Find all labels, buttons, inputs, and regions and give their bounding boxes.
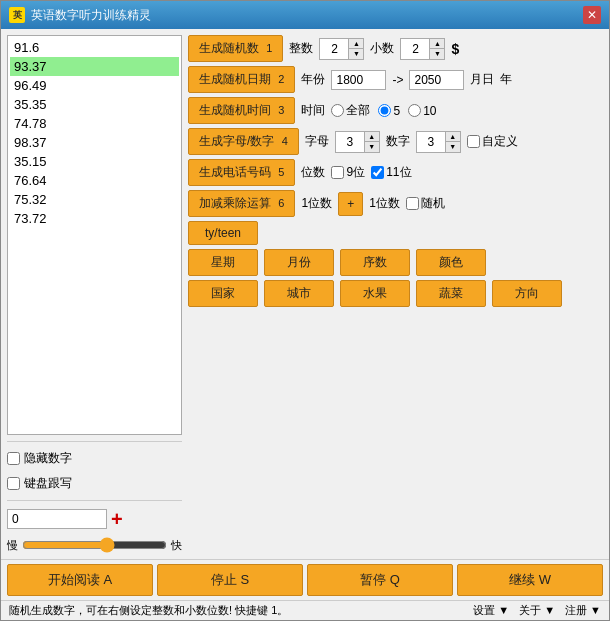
stop-btn[interactable]: 停止 S: [157, 564, 303, 596]
row-random-time: 生成随机时间 3 时间 全部 5 10: [188, 97, 603, 124]
year-suffix-label: 年: [500, 71, 512, 88]
generate-phone-btn[interactable]: 生成电话号码 5: [188, 159, 295, 186]
eleven-digit-checkbox[interactable]: [371, 166, 384, 179]
about-link[interactable]: 关于 ▼: [519, 603, 555, 618]
vegetable-btn[interactable]: 蔬菜: [416, 280, 486, 307]
radio-ten-input[interactable]: [408, 104, 421, 117]
keyboard-follow-row: 键盘跟写: [7, 473, 182, 494]
list-item[interactable]: 93.37: [10, 57, 179, 76]
letter-spin-down[interactable]: ▼: [365, 142, 379, 152]
custom-checkbox[interactable]: [467, 135, 480, 148]
integer-label: 整数: [289, 40, 313, 57]
hide-digits-row: 隐藏数字: [7, 448, 182, 469]
list-item[interactable]: 76.64: [10, 171, 179, 190]
dollar-sign: $: [451, 41, 459, 57]
list-item[interactable]: 91.6: [10, 38, 179, 57]
row-random-num: 生成随机数 1 整数 ▲ ▼ 小数 ▲ ▼: [188, 35, 603, 62]
generate-random-date-btn[interactable]: 生成随机日期 2: [188, 66, 295, 93]
digit-spinbox: ▲ ▼: [416, 131, 461, 153]
radio-ten: 10: [408, 104, 436, 118]
radio-five-input[interactable]: [378, 104, 391, 117]
time-label: 时间: [301, 102, 325, 119]
letter-spin-up[interactable]: ▲: [365, 132, 379, 142]
right-panel: 生成随机数 1 整数 ▲ ▼ 小数 ▲ ▼: [188, 35, 603, 553]
digits-label: 位数: [301, 164, 325, 181]
row-categories1: 星期 月份 序数 颜色: [188, 249, 603, 276]
hide-digits-checkbox[interactable]: [7, 452, 20, 465]
nine-digit-checkbox[interactable]: [331, 166, 344, 179]
keyboard-follow-checkbox[interactable]: [7, 477, 20, 490]
number-list[interactable]: 91.693.3796.4935.3574.7898.3735.1576.647…: [7, 35, 182, 435]
eleven-digit-label: 11位: [386, 164, 411, 181]
letter-input[interactable]: [336, 134, 364, 150]
radio-full-input[interactable]: [331, 104, 344, 117]
row-categories2: 国家 城市 水果 蔬菜 方向: [188, 280, 603, 307]
decimal-spinbox: ▲ ▼: [400, 38, 445, 60]
list-item[interactable]: 35.15: [10, 152, 179, 171]
nine-digit-item: 9位: [331, 164, 365, 181]
list-item[interactable]: 74.78: [10, 114, 179, 133]
fruit-btn[interactable]: 水果: [340, 280, 410, 307]
list-item[interactable]: 35.35: [10, 95, 179, 114]
month-btn[interactable]: 月份: [264, 249, 334, 276]
row-random-date: 生成随机日期 2 年份 -> 月日 年: [188, 66, 603, 93]
fast-label: 快: [171, 538, 182, 553]
arrow-text: ->: [392, 73, 403, 87]
list-item[interactable]: 98.37: [10, 133, 179, 152]
generate-random-btn[interactable]: 生成随机数 1: [188, 35, 283, 62]
decimal-spin-up[interactable]: ▲: [430, 39, 444, 49]
main-window: 英 英语数字听力训练精灵 ✕ 91.693.3796.4935.3574.789…: [0, 0, 610, 621]
speed-input[interactable]: [7, 509, 107, 529]
title-bar: 英 英语数字听力训练精灵 ✕: [1, 1, 609, 29]
year-to-input[interactable]: [409, 70, 464, 90]
left-panel: 91.693.3796.4935.3574.7898.3735.1576.647…: [7, 35, 182, 553]
digit-spin-up[interactable]: ▲: [446, 132, 460, 142]
digit-input[interactable]: [417, 134, 445, 150]
radio-five: 5: [378, 104, 400, 118]
bottom-bar: 开始阅读 A 停止 S 暂停 Q 继续 W: [1, 559, 609, 600]
weekday-btn[interactable]: 星期: [188, 249, 258, 276]
ty-teen-btn[interactable]: ty/teen: [188, 221, 258, 245]
random-checkbox[interactable]: [406, 197, 419, 210]
list-item[interactable]: 96.49: [10, 76, 179, 95]
add-button[interactable]: +: [111, 509, 123, 529]
integer-input[interactable]: [320, 41, 348, 57]
register-link[interactable]: 注册 ▼: [565, 603, 601, 618]
generate-random-time-btn[interactable]: 生成随机时间 3: [188, 97, 295, 124]
month-day-label: 月日: [470, 71, 494, 88]
radio-full-label: 全部: [346, 102, 370, 119]
decimal-spin-down[interactable]: ▼: [430, 49, 444, 59]
integer-spinbox: ▲ ▼: [319, 38, 364, 60]
time-radio-group: 全部 5 10: [331, 102, 436, 119]
list-item[interactable]: 75.32: [10, 190, 179, 209]
row-phone: 生成电话号码 5 位数 9位 11位: [188, 159, 603, 186]
plus-op-btn[interactable]: +: [338, 192, 363, 216]
pause-btn[interactable]: 暂停 Q: [307, 564, 453, 596]
sequence-btn[interactable]: 序数: [340, 249, 410, 276]
integer-spinbox-btns: ▲ ▼: [348, 39, 363, 59]
city-btn[interactable]: 城市: [264, 280, 334, 307]
color-btn[interactable]: 颜色: [416, 249, 486, 276]
integer-spin-up[interactable]: ▲: [349, 39, 363, 49]
keyboard-follow-label: 键盘跟写: [24, 475, 72, 492]
close-button[interactable]: ✕: [583, 6, 601, 24]
settings-link[interactable]: 设置 ▼: [473, 603, 509, 618]
integer-spin-down[interactable]: ▼: [349, 49, 363, 59]
start-btn[interactable]: 开始阅读 A: [7, 564, 153, 596]
year-from-input[interactable]: [331, 70, 386, 90]
generate-letter-digit-btn[interactable]: 生成字母/数字 4: [188, 128, 299, 155]
row-math: 加减乘除运算 6 1位数 + 1位数 随机: [188, 190, 603, 217]
nine-digit-label: 9位: [346, 164, 365, 181]
decimal-label: 小数: [370, 40, 394, 57]
speed-slider[interactable]: [22, 537, 167, 553]
speed-input-row: +: [7, 509, 182, 529]
direction-btn[interactable]: 方向: [492, 280, 562, 307]
decimal-input[interactable]: [401, 41, 429, 57]
math-ops-btn[interactable]: 加减乘除运算 6: [188, 190, 295, 217]
digit-spin-down[interactable]: ▼: [446, 142, 460, 152]
continue-btn[interactable]: 继续 W: [457, 564, 603, 596]
slow-label: 慢: [7, 538, 18, 553]
country-btn[interactable]: 国家: [188, 280, 258, 307]
list-item[interactable]: 73.72: [10, 209, 179, 228]
letter-spinbox-btns: ▲ ▼: [364, 132, 379, 152]
